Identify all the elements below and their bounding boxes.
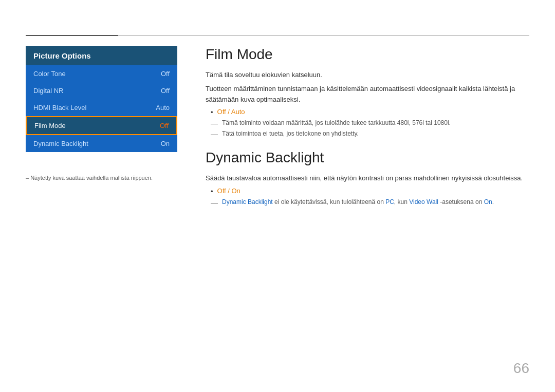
page-number: 66 [513,360,529,377]
menu-item-label: Dynamic Backlight [33,140,88,147]
footer-note: – Näytetty kuva saattaa vaihdella mallis… [26,175,153,181]
menu-item-digital-nr[interactable]: Digital NR Off [26,82,177,99]
left-panel: Picture Options Color Tone Off Digital N… [26,46,177,152]
film-mode-dash2: — Tätä toimintoa ei tueta, jos tietokone… [211,130,529,138]
dash-text-pc: PC [385,198,394,206]
top-border-light [118,35,529,36]
dynamic-backlight-dash-content: Dynamic Backlight ei ole käytettävissä, … [222,198,494,206]
dynamic-backlight-desc1: Säädä taustavaloa automaattisesti niin, … [206,173,529,184]
film-mode-desc1: Tämä tila soveltuu elokuvien katseluun. [206,70,529,81]
menu-item-value: On [161,140,170,147]
menu-item-value: Auto [156,104,170,111]
menu-item-hdmi-black[interactable]: HDMI Black Level Auto [26,99,177,116]
film-mode-bullet: • Off / Auto [211,108,529,116]
dash-text-mid2: , kun [394,198,409,206]
menu-item-film-mode[interactable]: Film Mode Off [26,116,177,135]
dash-text-mid1: ei ole käytettävissä, kun tulolähteenä o… [273,198,385,206]
dynamic-backlight-dash1: — Dynamic Backlight ei ole käytettävissä… [211,198,529,207]
menu-item-value: Off [161,87,170,95]
film-mode-title: Film Mode [206,46,529,63]
bullet-dot: • [211,108,213,116]
dash-symbol-2: — [211,130,218,138]
menu-item-color-tone[interactable]: Color Tone Off [26,65,177,82]
bullet-dot-2: • [211,188,213,195]
film-mode-dash1: — Tämä toiminto voidaan määrittää, jos t… [211,119,529,127]
film-mode-off-auto: Off / Auto [217,108,245,116]
menu-item-label: Color Tone [33,70,66,78]
dash-text-on: On [484,198,492,206]
menu-item-label: HDMI Black Level [33,104,86,111]
panel-title: Picture Options [26,46,177,65]
dash-text-end: . [492,198,494,206]
menu-item-label: Digital NR [33,87,64,95]
dash-symbol-3: — [211,198,218,207]
film-mode-dash2-text: Tätä toimintoa ei tueta, jos tietokone o… [222,130,359,137]
menu-item-dynamic-backlight[interactable]: Dynamic Backlight On [26,135,177,152]
menu-item-value: Off [160,122,169,129]
dynamic-backlight-title: Dynamic Backlight [206,150,529,166]
dynamic-backlight-bullet: • Off / On [211,187,529,195]
menu-item-label: Film Mode [34,122,66,129]
dash-text-mid3: -asetuksena on [438,198,484,206]
dash-symbol: — [211,119,218,127]
top-border [26,35,529,36]
right-content: Film Mode Tämä tila soveltuu elokuvien k… [206,46,529,209]
top-border-dark [26,35,118,36]
menu-item-value: Off [161,70,170,78]
dynamic-backlight-off-on: Off / On [217,187,240,195]
film-mode-desc2: Tuotteen määrittäminen tunnistamaan ja k… [206,84,529,105]
dash-text-videowall: Video Wall [409,198,438,206]
dynamic-backlight-label: Dynamic Backlight [222,198,273,206]
film-mode-dash1-text: Tämä toiminto voidaan määrittää, jos tul… [222,119,451,126]
